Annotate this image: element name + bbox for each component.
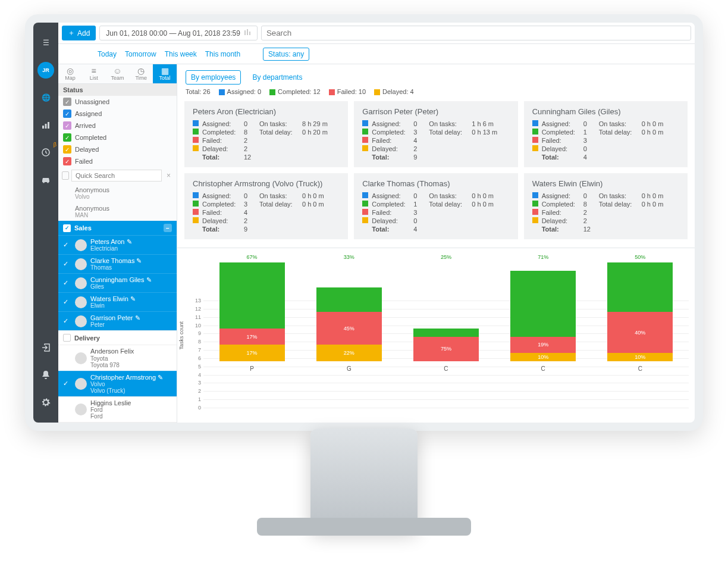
- date-range-picker[interactable]: Jun 01, 2018 00:00 — Aug 01, 2018 23:59: [99, 26, 258, 40]
- avatar: [75, 315, 87, 327]
- checkbox-icon: ✓: [63, 110, 71, 118]
- user-avatar[interactable]: JR: [37, 62, 54, 79]
- checkmark-icon: ✓: [63, 380, 71, 387]
- menu-icon[interactable]: ☰: [37, 35, 54, 51]
- svg-point-5: [47, 182, 49, 183]
- quick-search-checkbox[interactable]: [62, 171, 69, 180]
- card-title: Cunningham Giles (Giles): [532, 107, 679, 116]
- status-unassigned[interactable]: ✓Unassigned: [58, 96, 177, 108]
- employee-name: Higgins Leslie: [90, 399, 131, 406]
- filter-this-week[interactable]: This week: [165, 50, 197, 58]
- status-assigned[interactable]: ✓Assigned: [58, 108, 177, 120]
- checkbox-icon: ✓: [63, 157, 71, 165]
- employee-card: Peters Aron (Electrician) Assigned:0On t…: [184, 101, 348, 167]
- collapse-icon[interactable]: −: [164, 224, 172, 232]
- login-icon[interactable]: [37, 339, 54, 356]
- filter-this-month[interactable]: This month: [205, 50, 240, 58]
- bar-segment-failed: 17%: [219, 329, 285, 345]
- tab-time[interactable]: ◷Time: [129, 64, 153, 83]
- employee-name: Garrison Peter ✎: [90, 314, 140, 321]
- employee-card: Waters Elwin (Elwin) Assigned:0On tasks:…: [524, 173, 688, 239]
- anonymous-item[interactable]: AnonymousMAN: [58, 202, 177, 221]
- status-filter[interactable]: Status: any: [263, 48, 309, 61]
- bar-x-label: G: [316, 365, 382, 372]
- add-button[interactable]: ＋ Add: [62, 26, 96, 40]
- employee-name: Anderson Felix: [90, 348, 134, 355]
- anonymous-item[interactable]: AnonymousVolvo: [58, 184, 177, 202]
- employee-cards: Peters Aron (Electrician) Assigned:0On t…: [177, 101, 695, 239]
- tab-list[interactable]: ≡List: [82, 64, 106, 83]
- bar-x-label: C: [413, 365, 479, 372]
- svg-rect-6: [244, 30, 246, 35]
- employee-sub: Thomas: [90, 264, 142, 271]
- assigned-dot: [219, 89, 225, 95]
- tab-team[interactable]: ☺Team: [106, 64, 130, 83]
- group-sales[interactable]: ✓Sales−: [58, 221, 177, 235]
- status-label: Unassigned: [75, 98, 109, 105]
- employee-item[interactable]: ✓Garrison Peter ✎Peter: [58, 311, 177, 330]
- tab-map[interactable]: ◎Map: [58, 64, 82, 83]
- bar-column: 71%19%10%C: [510, 254, 576, 361]
- checkmark-icon: ✓: [63, 298, 71, 306]
- employee-name: Waters Elwin ✎: [90, 295, 136, 302]
- employee-item[interactable]: ✓Clarke Thomas ✎Thomas: [58, 254, 177, 273]
- employee-sub: Giles: [90, 283, 152, 290]
- map-icon: ◎: [58, 67, 82, 75]
- checkmark-icon: ✓: [63, 317, 71, 325]
- avatar: [75, 239, 87, 251]
- close-icon[interactable]: ×: [164, 171, 173, 180]
- globe-icon[interactable]: 🌐: [37, 89, 54, 106]
- quick-search-input[interactable]: [71, 170, 162, 182]
- group-checkbox[interactable]: ✓: [63, 224, 71, 232]
- bar-column: 33%45%22%G: [316, 254, 382, 361]
- employee-item[interactable]: ✓Peters Aron ✎Electrician: [58, 235, 177, 254]
- bell-icon[interactable]: [37, 367, 54, 383]
- status-delayed[interactable]: ✓Delayed: [58, 143, 177, 155]
- bar-segment-failed: 40%: [607, 312, 673, 353]
- edit-icon: ✎: [158, 374, 163, 381]
- status-failed[interactable]: ✓Failed: [58, 155, 177, 167]
- edit-icon: ✎: [146, 276, 152, 283]
- bar-segment-failed: 45%: [316, 312, 382, 345]
- bar-column: 25%75%C: [413, 254, 479, 361]
- status-label: Delayed: [75, 146, 99, 153]
- completed-dot: [269, 89, 275, 95]
- employee-name: Peters Aron ✎: [90, 238, 132, 245]
- search-input[interactable]: [261, 26, 691, 40]
- grid-line: 1: [203, 399, 689, 400]
- avatar: [75, 352, 87, 364]
- clock-icon[interactable]: [37, 144, 54, 161]
- employee-item[interactable]: ✓Waters Elwin ✎Elwin: [58, 292, 177, 311]
- status-arrived[interactable]: ✓Arrived: [58, 120, 177, 132]
- employee-item[interactable]: Higgins Leslie FordFord: [58, 396, 177, 422]
- stats-icon[interactable]: [37, 117, 54, 133]
- filter-tomorrow[interactable]: Tomorrow: [125, 50, 156, 58]
- view-tabs: ◎Map ≡List ☺Team ◷Time ▦Total: [58, 64, 177, 84]
- group-delivery[interactable]: Delivery: [58, 330, 177, 345]
- employee-item[interactable]: ✓Cunningham Giles ✎Giles: [58, 273, 177, 292]
- nav-rail: ☰ JR 🌐: [33, 23, 58, 423]
- by-employees-tab[interactable]: By employees: [186, 70, 241, 85]
- svg-point-4: [43, 182, 45, 183]
- filter-today[interactable]: Today: [98, 50, 117, 58]
- employee-card: Clarke Thomas (Thomas) Assigned:0On task…: [354, 173, 517, 239]
- employee-item[interactable]: ✓Christopher Armstrong ✎VolvoVolvo (Truc…: [58, 371, 177, 396]
- employee-item[interactable]: Dickerson Scott: [58, 422, 177, 423]
- grid-line: 0: [203, 408, 689, 408]
- grid-line: 4: [203, 375, 689, 376]
- employee-name: Christopher Armstrong ✎: [90, 374, 163, 381]
- avatar: [75, 277, 87, 289]
- car-icon[interactable]: [37, 171, 54, 188]
- gear-icon[interactable]: [37, 394, 54, 411]
- status-header: Status: [58, 84, 177, 96]
- bar-column: 50%40%10%C: [607, 254, 673, 361]
- group-checkbox[interactable]: [63, 334, 71, 342]
- avatar: [75, 258, 87, 270]
- plus-icon: ＋: [68, 28, 75, 38]
- employee-sub: Electrician: [90, 245, 132, 252]
- by-departments-tab[interactable]: By departments: [247, 70, 307, 85]
- status-completed[interactable]: ✓Completed: [58, 132, 177, 143]
- tab-total[interactable]: ▦Total: [153, 64, 177, 83]
- employee-item[interactable]: Anderson Felix ToyotaToyota 978: [58, 345, 177, 370]
- chart-area: Tasks count 01234567891011121367%17%17%P…: [177, 248, 695, 423]
